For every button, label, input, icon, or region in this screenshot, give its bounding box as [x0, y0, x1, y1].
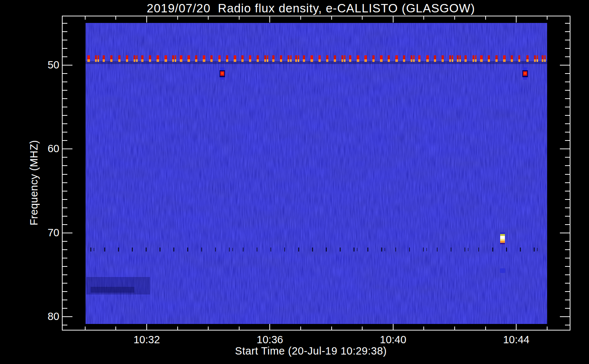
y-tick-right: [565, 325, 570, 325]
y-tick-left: [63, 291, 67, 292]
y-tick-left: [63, 31, 67, 32]
y-tick-left: [63, 40, 67, 40]
x-axis-title: Start Time (20-Jul-19 10:29:38): [57, 345, 565, 357]
y-tick-right: [560, 233, 570, 233]
y-tick-right: [565, 241, 570, 242]
y-tick-left: [63, 157, 67, 158]
x-tick-bottom: [239, 327, 240, 330]
chart-title: 2019/07/20 Radio flux density, e-CALLIST…: [57, 1, 565, 15]
y-tick-left: [63, 107, 67, 107]
y-tick-right: [565, 274, 570, 275]
y-tick-right: [565, 283, 570, 284]
x-tick-top: [115, 16, 116, 20]
x-tick-bottom: [331, 327, 332, 330]
y-tick-left: [63, 90, 67, 91]
y-tick-right: [560, 149, 570, 149]
x-tick-bottom: [516, 324, 517, 330]
y-tick-right: [565, 132, 570, 132]
y-tick-right: [565, 115, 570, 116]
x-tick-top: [239, 16, 240, 20]
y-tick-left: [63, 115, 67, 116]
y-tick-right: [565, 23, 570, 24]
y-tick-left: [63, 274, 67, 275]
y-tick-left: [63, 65, 72, 66]
y-tick-left: [63, 174, 67, 175]
x-tick-bottom: [547, 327, 548, 330]
x-tick-bottom: [115, 327, 116, 330]
y-tick-right: [565, 191, 570, 191]
x-tick-label: 10:36: [248, 334, 292, 346]
x-tick-bottom: [146, 324, 147, 330]
y-tick-right: [565, 300, 570, 300]
plot-frame: [62, 16, 570, 331]
y-tick-left: [63, 283, 67, 284]
y-tick-right: [565, 40, 570, 40]
x-tick-bottom: [362, 327, 363, 330]
x-tick-label: 10:44: [494, 334, 538, 346]
x-tick-bottom: [485, 327, 486, 330]
y-tick-left: [63, 165, 67, 166]
x-tick-top: [269, 16, 270, 23]
y-tick-right: [565, 157, 570, 158]
y-tick-left: [63, 98, 67, 99]
y-tick-left: [63, 325, 67, 325]
y-tick-right: [560, 316, 570, 317]
x-tick-top: [547, 16, 548, 20]
x-tick-top: [516, 16, 517, 23]
x-tick-bottom: [393, 324, 394, 330]
x-tick-top: [300, 16, 301, 20]
y-tick-left: [63, 123, 67, 124]
y-tick-right: [565, 291, 570, 292]
y-tick-right: [565, 82, 570, 82]
y-tick-right: [565, 174, 570, 175]
x-tick-top: [208, 16, 209, 20]
y-tick-right: [565, 107, 570, 107]
x-tick-label: 10:32: [125, 334, 169, 346]
y-tick-right: [565, 207, 570, 208]
x-tick-top: [85, 16, 86, 20]
y-tick-left: [63, 191, 67, 191]
y-tick-left: [63, 216, 67, 217]
y-tick-label: 70: [27, 227, 59, 239]
x-tick-bottom: [269, 324, 270, 330]
y-tick-left: [63, 23, 67, 24]
y-tick-right: [565, 258, 570, 258]
x-tick-bottom: [177, 327, 178, 330]
x-tick-top: [177, 16, 178, 20]
x-tick-top: [393, 16, 394, 23]
y-tick-left: [63, 48, 67, 49]
y-tick-left: [63, 316, 72, 317]
y-tick-right: [565, 98, 570, 99]
y-tick-left: [63, 149, 72, 149]
y-tick-right: [565, 224, 570, 225]
y-tick-left: [63, 258, 67, 258]
y-tick-left: [63, 308, 67, 309]
y-tick-right: [565, 56, 570, 57]
y-tick-label: 50: [27, 59, 59, 71]
y-tick-label: 80: [27, 310, 59, 323]
y-tick-right: [565, 216, 570, 217]
x-tick-bottom: [208, 327, 209, 330]
y-tick-right: [560, 65, 570, 66]
x-tick-top: [362, 16, 363, 20]
x-tick-label: 10:40: [371, 334, 415, 346]
y-tick-left: [63, 132, 67, 132]
y-tick-right: [565, 123, 570, 124]
y-tick-right: [565, 249, 570, 250]
y-tick-right: [565, 73, 570, 74]
y-tick-left: [63, 82, 67, 82]
y-tick-left: [63, 199, 67, 200]
y-tick-right: [565, 199, 570, 200]
y-tick-left: [63, 266, 67, 267]
y-tick-right: [565, 140, 570, 141]
x-tick-top: [485, 16, 486, 20]
spectrogram-figure: 2019/07/20 Radio flux density, e-CALLIST…: [0, 0, 589, 364]
x-tick-bottom: [454, 327, 455, 330]
y-tick-right: [565, 165, 570, 166]
y-tick-right: [565, 90, 570, 91]
y-axis-title: Frequency (MHZ): [28, 140, 40, 226]
y-tick-left: [63, 140, 67, 141]
x-tick-top: [423, 16, 424, 20]
y-tick-left: [63, 207, 67, 208]
y-tick-left: [63, 233, 72, 233]
